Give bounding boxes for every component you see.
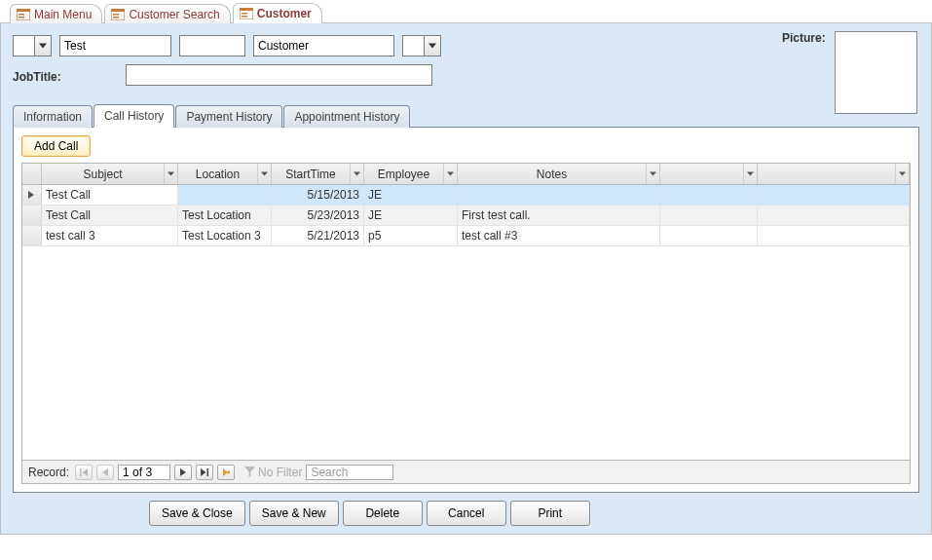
svg-rect-5 xyxy=(111,9,125,12)
picture-label: Picture: xyxy=(782,31,826,45)
column-header-subject[interactable]: Subject xyxy=(42,164,178,184)
tab-call-history[interactable]: Call History xyxy=(93,104,174,128)
select-all-corner[interactable] xyxy=(22,164,42,184)
cell-starttime[interactable]: 5/21/2013 xyxy=(272,226,364,245)
column-header-starttime[interactable]: StartTime xyxy=(272,164,364,184)
cell-empty[interactable] xyxy=(758,185,910,205)
chevron-down-icon[interactable] xyxy=(895,164,909,184)
cell-location[interactable]: Test Location xyxy=(178,205,272,225)
record-position-input[interactable] xyxy=(118,465,170,480)
table-row[interactable]: Test Call Test Location 5/23/2013 JE Fir… xyxy=(22,205,910,226)
chevron-down-icon[interactable] xyxy=(424,35,441,56)
middle-name-input[interactable] xyxy=(179,35,245,56)
cell-subject[interactable]: Test Call xyxy=(42,185,178,205)
nav-last-button[interactable] xyxy=(196,465,213,480)
tab-information[interactable]: Information xyxy=(13,105,93,128)
tab-customer-label: Customer xyxy=(257,7,312,20)
svg-rect-3 xyxy=(19,17,24,19)
svg-rect-7 xyxy=(113,17,119,19)
cell-notes[interactable]: First test call. xyxy=(458,205,660,225)
column-label: Notes xyxy=(458,168,646,181)
current-row-icon xyxy=(28,191,36,199)
nav-prev-button[interactable] xyxy=(96,465,114,480)
tab-main-menu-label: Main Menu xyxy=(34,8,92,21)
prefix-combo[interactable] xyxy=(13,35,52,56)
cancel-button[interactable]: Cancel xyxy=(427,501,506,526)
tab-payment-history[interactable]: Payment History xyxy=(175,105,282,128)
column-header-notes[interactable]: Notes xyxy=(458,164,660,184)
cell-employee[interactable]: JE xyxy=(364,185,458,205)
delete-button[interactable]: Delete xyxy=(343,501,423,526)
cell-starttime[interactable]: 5/23/2013 xyxy=(272,205,364,225)
cell-location[interactable]: Test Location 3 xyxy=(178,226,272,245)
svg-rect-10 xyxy=(242,13,247,15)
column-label: Subject xyxy=(42,168,164,181)
tab-customer-search-label: Customer Search xyxy=(129,8,219,21)
table-row[interactable]: Test Call 5/15/2013 JE xyxy=(22,185,910,205)
cell-empty[interactable] xyxy=(660,185,758,205)
chevron-down-icon[interactable] xyxy=(257,164,271,184)
suffix-input[interactable] xyxy=(402,35,424,56)
prefix-input[interactable] xyxy=(13,35,34,56)
save-close-button[interactable]: Save & Close xyxy=(149,501,245,526)
column-header-employee[interactable]: Employee xyxy=(364,164,458,184)
chevron-down-icon[interactable] xyxy=(164,164,177,184)
chevron-down-icon[interactable] xyxy=(443,164,457,184)
chevron-down-icon[interactable] xyxy=(350,164,363,184)
cell-employee[interactable]: p5 xyxy=(364,226,458,245)
tab-appointment-history[interactable]: Appointment History xyxy=(283,105,410,128)
add-call-button[interactable]: Add Call xyxy=(21,135,91,157)
grid-header: Subject Location StartTime Employee xyxy=(22,164,910,185)
record-search-input[interactable] xyxy=(306,465,393,480)
funnel-icon xyxy=(244,467,255,477)
cell-notes[interactable] xyxy=(458,185,660,205)
column-header-empty[interactable] xyxy=(660,164,758,184)
picture-frame[interactable] xyxy=(835,31,917,114)
cell-subject[interactable]: Test Call xyxy=(42,205,178,225)
svg-rect-13 xyxy=(229,470,230,474)
call-history-grid: Subject Location StartTime Employee xyxy=(21,163,911,484)
grid-body[interactable]: Test Call 5/15/2013 JE Test Call Test Lo… xyxy=(22,185,910,460)
nav-next-button[interactable] xyxy=(174,465,192,480)
save-new-button[interactable]: Save & New xyxy=(249,501,339,526)
row-selector[interactable] xyxy=(22,185,42,205)
chevron-down-icon[interactable] xyxy=(34,35,52,56)
footer-button-bar: Save & Close Save & New Delete Cancel Pr… xyxy=(149,501,919,526)
cell-empty[interactable] xyxy=(660,205,758,225)
chevron-down-icon[interactable] xyxy=(743,164,757,184)
filter-indicator[interactable]: No Filter xyxy=(244,466,302,479)
form-icon xyxy=(240,8,253,19)
cell-empty[interactable] xyxy=(660,226,758,245)
row-selector[interactable] xyxy=(22,226,42,245)
cell-empty[interactable] xyxy=(758,205,910,225)
print-button[interactable]: Print xyxy=(510,501,590,526)
row-selector[interactable] xyxy=(22,205,42,225)
cell-location[interactable] xyxy=(178,185,272,205)
column-header-empty[interactable] xyxy=(758,164,910,184)
top-tab-bar: Main Menu Customer Search Customer xyxy=(0,0,932,23)
cell-empty[interactable] xyxy=(758,226,910,245)
no-filter-label: No Filter xyxy=(258,466,302,479)
cell-subject[interactable]: test call 3 xyxy=(42,226,178,245)
record-label: Record: xyxy=(28,466,69,479)
svg-rect-6 xyxy=(113,14,119,16)
chevron-down-icon[interactable] xyxy=(646,164,659,184)
suffix-combo[interactable] xyxy=(402,35,441,56)
last-name-input[interactable] xyxy=(253,35,394,56)
nav-new-button[interactable] xyxy=(217,465,235,480)
column-label: Location xyxy=(178,168,257,181)
cell-notes[interactable]: test call #3 xyxy=(458,226,660,245)
nav-first-button[interactable] xyxy=(75,465,93,480)
cell-starttime[interactable]: 5/15/2013 xyxy=(272,185,364,205)
tab-customer[interactable]: Customer xyxy=(233,3,322,23)
first-name-input[interactable] xyxy=(59,35,171,56)
jobtitle-input[interactable] xyxy=(126,64,432,86)
tab-customer-search[interactable]: Customer Search xyxy=(104,4,230,23)
column-header-location[interactable]: Location xyxy=(178,164,272,184)
tab-main-menu[interactable]: Main Menu xyxy=(10,4,102,23)
table-row[interactable]: test call 3 Test Location 3 5/21/2013 p5… xyxy=(22,226,910,246)
form-content: Picture: JobTitle: Information Call Hist… xyxy=(0,23,932,535)
jobtitle-label: JobTitle: xyxy=(13,70,61,84)
record-navigator: Record: No Filter xyxy=(22,460,910,483)
cell-employee[interactable]: JE xyxy=(364,205,458,225)
